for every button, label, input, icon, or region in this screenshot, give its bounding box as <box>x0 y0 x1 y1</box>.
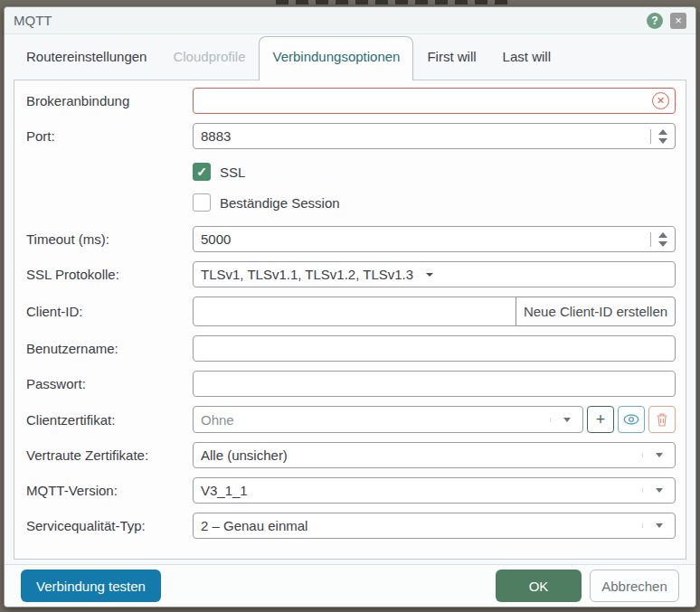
add-certificate-button[interactable]: + <box>587 406 614 433</box>
client-cert-row: Clientzertifikat: Ohne + <box>26 406 676 433</box>
timeout-label: Timeout (ms): <box>26 231 193 247</box>
trusted-certs-label: Vertraute Zertifikate: <box>26 447 193 463</box>
new-client-id-button[interactable]: Neue Client-ID erstellen <box>516 297 676 326</box>
session-checkbox[interactable]: ✓ <box>193 193 211 212</box>
tab-bar: Routereinstellungen Cloudprofile Verbind… <box>5 34 695 80</box>
broker-label: Brokeranbindung <box>26 93 193 108</box>
dropdown-caret-button[interactable] <box>550 418 582 422</box>
mqtt-version-row: MQTT-Version: V3_1_1 <box>26 477 676 504</box>
dialog-title: MQTT <box>14 13 52 28</box>
clear-error-icon[interactable]: ✕ <box>652 92 669 109</box>
mqtt-version-dropdown[interactable]: V3_1_1 <box>193 477 676 504</box>
port-input[interactable] <box>194 124 650 148</box>
spinner-up-icon[interactable] <box>658 129 667 135</box>
settings-panel: Brokeranbindung ✕ Port: <box>14 80 686 560</box>
password-row: Passwort: <box>26 371 676 397</box>
dialog-titlebar: MQTT ? × <box>5 7 695 34</box>
client-cert-value: Ohne <box>194 412 550 428</box>
timeout-input[interactable] <box>194 227 650 251</box>
password-label: Passwort: <box>26 376 193 391</box>
test-connection-button[interactable]: Verbindung testen <box>21 570 161 602</box>
view-certificate-button[interactable] <box>618 406 645 433</box>
ok-button[interactable]: OK <box>496 570 582 602</box>
spinner-up-icon[interactable] <box>658 232 667 238</box>
password-input[interactable] <box>194 372 675 396</box>
client-id-row: Client-ID: Neue Client-ID erstellen <box>26 297 676 326</box>
trusted-certs-dropdown[interactable]: Alle (unsicher) <box>193 442 676 468</box>
protocols-label: SSL Protokolle: <box>26 267 193 282</box>
mqtt-dialog: MQTT ? × Routereinstellungen Cloudprofil… <box>4 6 696 607</box>
session-label: Beständige Session <box>220 195 340 211</box>
port-row: Port: <box>26 123 676 149</box>
tab-last-will[interactable]: Last will <box>503 49 551 80</box>
protocols-row: SSL Protokolle: TLSv1, TLSv1.1, TLSv1.2,… <box>26 261 676 287</box>
close-icon[interactable]: × <box>670 13 686 29</box>
tab-first-will[interactable]: First will <box>427 49 476 80</box>
ssl-checkbox[interactable]: ✓ <box>193 163 211 181</box>
help-icon[interactable]: ? <box>647 13 663 29</box>
qos-row: Servicequalität-Typ: 2 – Genau einmal <box>26 513 676 539</box>
tab-routereinstellungen[interactable]: Routereinstellungen <box>26 49 147 80</box>
check-icon: ✓ <box>196 165 207 179</box>
chevron-down-icon <box>656 453 663 457</box>
mqtt-version-label: MQTT-Version: <box>26 483 193 498</box>
protocols-dropdown[interactable]: TLSv1, TLSv1.1, TLSv1.2, TLSv1.3 <box>193 261 676 287</box>
dropdown-caret-button[interactable] <box>642 488 675 493</box>
port-spinner[interactable] <box>650 129 675 144</box>
cancel-button[interactable]: Abbrechen <box>590 570 679 602</box>
broker-row: Brokeranbindung ✕ <box>26 88 676 114</box>
spinner-down-icon[interactable] <box>658 241 667 247</box>
timeout-row: Timeout (ms): <box>26 226 676 252</box>
tab-verbindungsoptionen[interactable]: Verbindungsoptionen <box>259 36 413 80</box>
ssl-label: SSL <box>220 165 245 180</box>
chevron-down-icon <box>656 523 663 528</box>
client-id-label: Client-ID: <box>26 304 193 319</box>
tab-cloudprofile: Cloudprofile <box>173 49 245 80</box>
qos-value: 2 – Genau einmal <box>194 518 642 533</box>
chevron-down-icon <box>426 273 433 277</box>
dropdown-caret-button[interactable] <box>642 453 675 457</box>
chevron-down-icon <box>656 488 663 493</box>
username-label: Benutzername: <box>26 341 193 356</box>
delete-certificate-button[interactable] <box>648 406 676 433</box>
eye-icon <box>623 414 639 425</box>
session-row: ✓ Beständige Session <box>26 193 676 212</box>
trusted-certs-row: Vertraute Zertifikate: Alle (unsicher) <box>26 442 676 468</box>
timeout-spinner[interactable] <box>650 232 675 247</box>
qos-label: Servicequalität-Typ: <box>26 518 193 533</box>
client-id-input[interactable] <box>194 297 516 325</box>
trash-icon <box>656 412 668 427</box>
spinner-down-icon[interactable] <box>658 138 667 144</box>
qos-dropdown[interactable]: 2 – Genau einmal <box>193 513 676 539</box>
dialog-footer: Verbindung testen OK Abbrechen <box>5 564 695 607</box>
port-label: Port: <box>26 128 193 144</box>
trusted-certs-value: Alle (unsicher) <box>194 447 642 463</box>
protocols-value: TLSv1, TLSv1.1, TLSv1.2, TLSv1.3 <box>194 267 421 282</box>
client-cert-label: Clientzertifikat: <box>26 412 193 428</box>
dropdown-caret-button[interactable] <box>642 523 675 528</box>
background-page <box>276 0 511 5</box>
broker-input[interactable] <box>194 89 652 113</box>
chevron-down-icon <box>563 418 571 422</box>
mqtt-version-value: V3_1_1 <box>194 483 642 498</box>
username-input[interactable] <box>194 336 675 361</box>
client-cert-dropdown[interactable]: Ohne <box>193 406 583 433</box>
username-row: Benutzername: <box>26 335 676 362</box>
ssl-row: ✓ SSL <box>26 163 676 181</box>
